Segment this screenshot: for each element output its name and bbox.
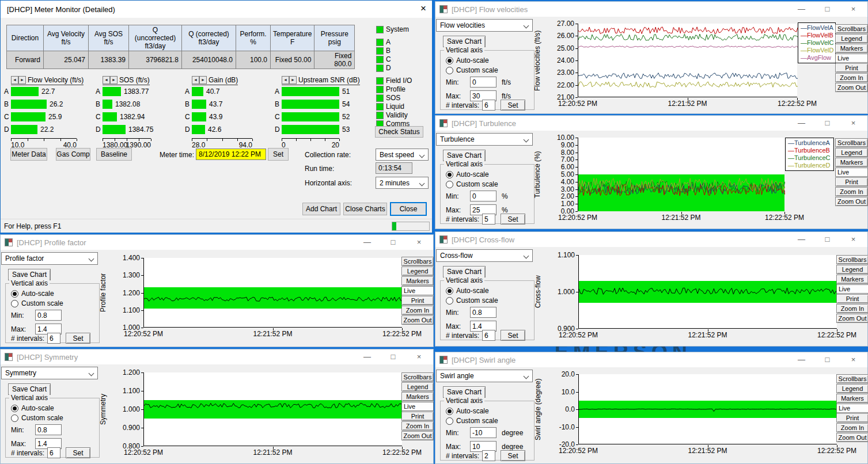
scrollbars-button[interactable]: Scrollbars bbox=[835, 138, 868, 147]
scrollbars-button[interactable]: Scrollbars bbox=[401, 257, 434, 266]
gas-comp-button[interactable]: Gas Comp bbox=[56, 148, 90, 161]
maximize-icon[interactable]: □ bbox=[814, 116, 840, 131]
maximize-icon[interactable]: □ bbox=[380, 235, 406, 250]
auto-scale-radio[interactable]: Auto-scale bbox=[446, 170, 489, 178]
custom-scale-radio[interactable]: Custom scale bbox=[11, 299, 63, 307]
maximize-icon[interactable]: □ bbox=[814, 2, 840, 17]
minimize-icon[interactable]: — bbox=[354, 235, 380, 250]
save-chart-button[interactable]: Save Chart bbox=[443, 386, 486, 398]
scroll-right-icon[interactable]: ► bbox=[289, 76, 297, 84]
markers-button[interactable]: Markers bbox=[401, 392, 434, 401]
minimize-icon[interactable]: — bbox=[789, 2, 814, 17]
live-button[interactable]: Live bbox=[836, 284, 868, 294]
zoom-in-button[interactable]: Zoom In bbox=[835, 73, 868, 82]
collection-rate-select[interactable]: Best speed bbox=[376, 149, 429, 161]
print-button[interactable]: Print bbox=[836, 294, 868, 303]
zoom-out-button[interactable]: Zoom Out bbox=[836, 433, 868, 442]
set-button[interactable]: Set bbox=[501, 330, 525, 341]
chart-type-select[interactable]: Flow velocities bbox=[436, 19, 533, 32]
chart-type-select[interactable]: Turbulence bbox=[436, 133, 533, 146]
scroll-right-icon[interactable]: ► bbox=[110, 76, 117, 84]
window-titlebar[interactable]: [DHCP] Swirl angle — □ × bbox=[435, 352, 867, 367]
maximize-icon[interactable]: □ bbox=[380, 349, 406, 364]
markers-button[interactable]: Markers bbox=[836, 275, 868, 284]
scrollbars-button[interactable]: Scrollbars bbox=[836, 374, 868, 383]
set-button[interactable]: Set bbox=[501, 100, 525, 111]
scroll-right-icon[interactable]: ► bbox=[199, 76, 207, 84]
zoom-in-button[interactable]: Zoom In bbox=[836, 423, 868, 432]
set-button[interactable]: Set bbox=[66, 447, 90, 458]
markers-button[interactable]: Markers bbox=[836, 394, 868, 403]
meter-time-field[interactable] bbox=[196, 149, 266, 160]
close-icon[interactable]: × bbox=[840, 352, 866, 367]
legend-button[interactable]: Legend bbox=[401, 382, 434, 391]
close-icon[interactable]: × bbox=[840, 116, 866, 131]
auto-scale-radio[interactable]: Auto-scale bbox=[446, 56, 489, 64]
add-chart-button[interactable]: Add Chart bbox=[302, 203, 340, 215]
scrollbars-button[interactable]: Scrollbars bbox=[836, 255, 868, 264]
markers-button[interactable]: Markers bbox=[835, 44, 868, 53]
zoom-in-button[interactable]: Zoom In bbox=[836, 304, 868, 313]
zoom-out-button[interactable]: Zoom Out bbox=[835, 83, 868, 92]
save-chart-button[interactable]: Save Chart bbox=[443, 266, 486, 277]
custom-scale-radio[interactable]: Custom scale bbox=[446, 296, 498, 305]
window-titlebar[interactable]: [DHCP] Cross-flow — □ × bbox=[435, 232, 867, 247]
minimize-icon[interactable]: — bbox=[789, 116, 814, 131]
scrollbars-button[interactable]: Scrollbars bbox=[835, 24, 868, 33]
custom-scale-radio[interactable]: Custom scale bbox=[446, 417, 498, 425]
close-icon[interactable]: × bbox=[406, 349, 432, 364]
scroll-right-icon[interactable]: ► bbox=[18, 76, 26, 84]
baseline-button[interactable]: Baseline bbox=[96, 148, 132, 161]
zoom-out-button[interactable]: Zoom Out bbox=[401, 315, 434, 325]
maximize-icon[interactable]: □ bbox=[814, 232, 840, 247]
live-button[interactable]: Live bbox=[835, 168, 868, 177]
window-titlebar[interactable]: [DHCP] Symmetry — □ × bbox=[1, 349, 433, 364]
print-button[interactable]: Print bbox=[401, 412, 434, 421]
custom-scale-radio[interactable]: Custom scale bbox=[446, 180, 498, 188]
save-chart-button[interactable]: Save Chart bbox=[443, 36, 486, 47]
close-icon[interactable]: × bbox=[406, 235, 432, 250]
zoom-in-button[interactable]: Zoom In bbox=[401, 306, 434, 315]
chart-type-select[interactable]: Symmetry bbox=[1, 367, 98, 379]
chart-type-select[interactable]: Cross-flow bbox=[436, 249, 533, 262]
close-button[interactable]: Close bbox=[390, 202, 427, 216]
live-button[interactable]: Live bbox=[401, 286, 434, 295]
min-input[interactable] bbox=[470, 427, 496, 438]
legend-button[interactable]: Legend bbox=[835, 148, 868, 157]
min-input[interactable] bbox=[35, 310, 62, 321]
close-icon[interactable]: × bbox=[840, 2, 866, 17]
legend-button[interactable]: Legend bbox=[835, 34, 868, 43]
auto-scale-radio[interactable]: Auto-scale bbox=[11, 404, 54, 412]
markers-button[interactable]: Markers bbox=[401, 276, 434, 286]
close-icon[interactable]: × bbox=[840, 232, 866, 247]
min-input[interactable] bbox=[35, 424, 62, 435]
legend-button[interactable]: Legend bbox=[401, 267, 434, 276]
minimize-icon[interactable]: — bbox=[789, 232, 814, 247]
horizontal-axis-select[interactable]: 2 minutes bbox=[376, 177, 429, 189]
custom-scale-radio[interactable]: Custom scale bbox=[446, 66, 498, 74]
set-button[interactable]: Set bbox=[501, 450, 525, 461]
window-titlebar[interactable]: [DHCP] Profile factor — □ × bbox=[1, 235, 433, 250]
intervals-input[interactable] bbox=[482, 214, 495, 225]
scroll-left-icon[interactable]: ◄ bbox=[192, 76, 199, 84]
scroll-left-icon[interactable]: ◄ bbox=[103, 76, 110, 84]
window-titlebar[interactable]: [DHCP] Turbulence — □ × bbox=[435, 116, 867, 131]
auto-scale-radio[interactable]: Auto-scale bbox=[446, 407, 489, 415]
zoom-in-button[interactable]: Zoom In bbox=[401, 421, 434, 431]
zoom-out-button[interactable]: Zoom Out bbox=[836, 314, 868, 323]
minimize-icon[interactable]: — bbox=[789, 352, 814, 367]
zoom-in-button[interactable]: Zoom In bbox=[835, 187, 868, 196]
chart-type-select[interactable]: Profile factor bbox=[1, 252, 98, 265]
legend-button[interactable]: Legend bbox=[836, 265, 868, 274]
scrollbars-button[interactable]: Scrollbars bbox=[401, 372, 434, 382]
intervals-input[interactable] bbox=[47, 447, 60, 458]
print-button[interactable]: Print bbox=[835, 177, 868, 187]
set-button[interactable]: Set bbox=[501, 214, 525, 225]
intervals-input[interactable] bbox=[482, 330, 495, 341]
save-chart-button[interactable]: Save Chart bbox=[443, 150, 486, 161]
meter-data-button[interactable]: Meter Data bbox=[10, 148, 47, 161]
min-input[interactable] bbox=[470, 77, 496, 88]
maximize-icon[interactable]: □ bbox=[814, 352, 840, 367]
scroll-left-icon[interactable]: ◄ bbox=[282, 76, 289, 84]
print-button[interactable]: Print bbox=[835, 63, 868, 73]
